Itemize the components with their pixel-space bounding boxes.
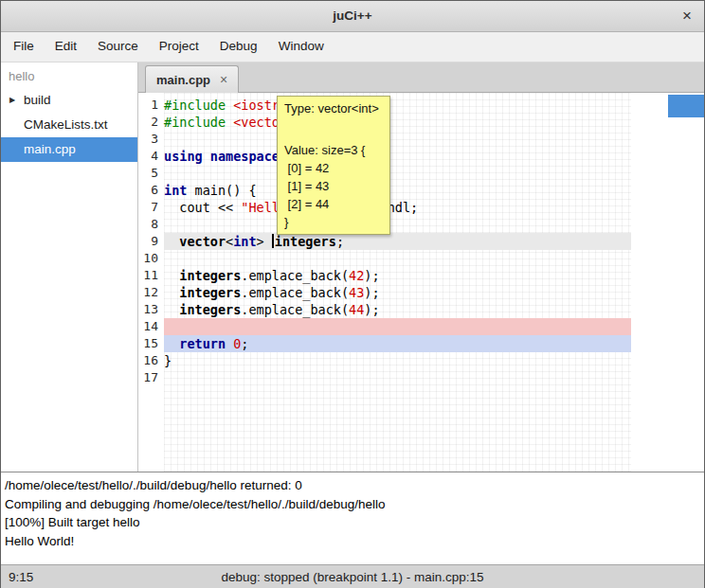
code-line-15[interactable]: return 0; [164, 335, 631, 352]
code-line-16[interactable]: } [164, 352, 631, 369]
code-segment: ); [364, 285, 379, 300]
code-line-3[interactable] [164, 131, 631, 148]
code-editor[interactable]: 1234567891011121314151617 #include <iost… [138, 93, 704, 472]
line-number[interactable]: 7 [138, 199, 164, 216]
code-segment: using [164, 149, 203, 164]
code-segment: #include [164, 98, 226, 113]
code-line-17[interactable] [164, 369, 631, 386]
tooltip-value-line: Value: size=3 { [284, 141, 383, 159]
line-number[interactable]: 17 [138, 369, 164, 386]
code-segment: cout << [164, 200, 241, 215]
line-number[interactable]: 13 [138, 301, 164, 318]
code-line-10[interactable] [164, 250, 631, 267]
code-segment: < [226, 234, 233, 249]
code-segment: > [257, 234, 272, 249]
output-line: /home/olece/test/hello/./build/debug/hel… [5, 476, 700, 495]
file-tree: ▶buildCMakeLists.txtmain.cpp [1, 88, 137, 162]
code-segment: 42 [349, 268, 364, 283]
code-line-6[interactable]: int main() { [164, 182, 631, 199]
line-number[interactable]: 11 [138, 267, 164, 284]
output-line: [100%] Built target hello [5, 513, 700, 532]
tree-item-main-cpp[interactable]: main.cpp [1, 137, 137, 162]
menu-file[interactable]: File [3, 32, 45, 62]
code-segment: int [233, 234, 256, 249]
menu-bar: FileEditSourceProjectDebugWindow [1, 32, 704, 62]
menu-source[interactable]: Source [87, 32, 149, 62]
code-segment: .emplace_back( [241, 302, 349, 317]
tree-item-label: build [24, 93, 51, 107]
code-segment: main() { [187, 183, 256, 198]
code-segment: integers [179, 268, 241, 283]
code-segment: vector [179, 234, 226, 249]
code-segment: .emplace_back( [241, 268, 349, 283]
debug-status: debug: stopped (breakpoint 1.1) - main.c… [1, 570, 704, 584]
tooltip-value-line: [2] = 44 [284, 195, 383, 213]
code-line-7[interactable]: cout << "Hello World!" << endl; [164, 199, 631, 216]
tooltip-value-line: } [284, 213, 383, 231]
tab-main-cpp[interactable]: main.cpp × [145, 65, 239, 93]
code-segment [203, 149, 210, 164]
code-segment [164, 336, 179, 351]
menu-debug[interactable]: Debug [209, 32, 268, 62]
tree-item-label: CMakeLists.txt [24, 117, 108, 132]
code-segment: integers [179, 285, 241, 300]
tab-close-icon[interactable]: × [220, 72, 227, 87]
expander-triangle-icon[interactable]: ▶ [9, 88, 15, 113]
code-line-13[interactable]: integers.emplace_back(44); [164, 301, 631, 318]
tooltip-value-block: Value: size=3 { [0] = 42 [1] = 43 [2] = … [284, 141, 383, 231]
line-number[interactable]: 14 [138, 318, 164, 335]
output-line: Hello World! [5, 532, 700, 551]
code-segment: ); [364, 268, 379, 283]
status-bar: 9:15 debug: stopped (breakpoint 1.1) - m… [1, 564, 704, 588]
code-segment: int [164, 183, 187, 198]
tree-item-cmakelists-txt[interactable]: CMakeLists.txt [1, 113, 137, 137]
code-line-14[interactable] [164, 318, 631, 335]
line-number[interactable]: 9 [138, 233, 164, 250]
line-number[interactable]: 15 [138, 335, 164, 352]
text-cursor [272, 234, 274, 248]
tree-item-label: main.cpp [24, 142, 76, 156]
project-name: hello [1, 62, 137, 88]
code-segment [226, 98, 233, 113]
line-number[interactable]: 12 [138, 284, 164, 301]
line-number[interactable]: 5 [138, 165, 164, 182]
line-number[interactable]: 4 [138, 148, 164, 165]
code-segment [226, 115, 233, 130]
menu-window[interactable]: Window [268, 32, 334, 62]
code-line-11[interactable]: integers.emplace_back(42); [164, 267, 631, 284]
tree-item-build[interactable]: ▶build [1, 88, 137, 113]
code-segment [164, 285, 179, 300]
menu-project[interactable]: Project [149, 32, 209, 62]
tab-label: main.cpp [156, 73, 210, 87]
code-segment: return [179, 336, 226, 351]
code-segment: namespace [210, 149, 280, 164]
code-segment: } [164, 353, 172, 368]
line-number[interactable]: 6 [138, 182, 164, 199]
code-line-9[interactable]: vector<int> integers; [164, 233, 631, 250]
line-number[interactable]: 1 [138, 97, 164, 114]
line-number[interactable]: 16 [138, 352, 164, 369]
code-line-1[interactable]: #include <iostream> [164, 97, 631, 114]
code-line-2[interactable]: #include <vector> [164, 114, 631, 131]
code-segment [164, 234, 179, 249]
code-area[interactable]: #include <iostream>#include <vector>usin… [164, 93, 631, 472]
tooltip-value-line: [1] = 43 [284, 177, 383, 195]
menu-edit[interactable]: Edit [45, 32, 87, 62]
code-segment: ; [336, 234, 344, 249]
code-segment: 43 [349, 285, 364, 300]
code-line-12[interactable]: integers.emplace_back(43); [164, 284, 631, 301]
code-line-8[interactable] [164, 216, 631, 233]
code-segment: ); [364, 302, 379, 317]
line-number[interactable]: 10 [138, 250, 164, 267]
line-number[interactable]: 3 [138, 131, 164, 148]
line-number-gutter: 1234567891011121314151617 [138, 93, 164, 472]
code-line-5[interactable] [164, 165, 631, 182]
close-icon[interactable]: × [682, 7, 692, 26]
scrollbar-thumb[interactable] [668, 95, 704, 117]
line-number[interactable]: 2 [138, 114, 164, 131]
code-segment: 44 [349, 302, 364, 317]
code-line-4[interactable]: using namespace std; [164, 148, 631, 165]
code-segment [164, 268, 179, 283]
file-tree-panel: hello ▶buildCMakeLists.txtmain.cpp [1, 62, 138, 472]
line-number[interactable]: 8 [138, 216, 164, 233]
